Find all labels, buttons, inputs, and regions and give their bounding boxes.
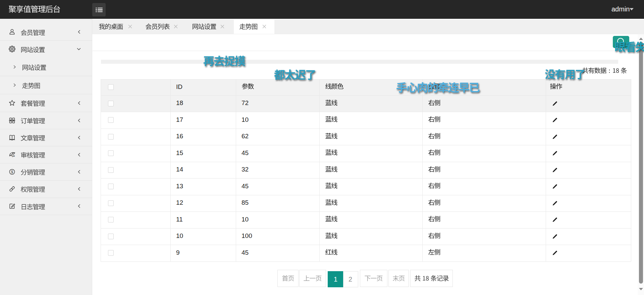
svg-text:QM: QM (12, 155, 15, 157)
svg-text:$: $ (11, 170, 13, 174)
